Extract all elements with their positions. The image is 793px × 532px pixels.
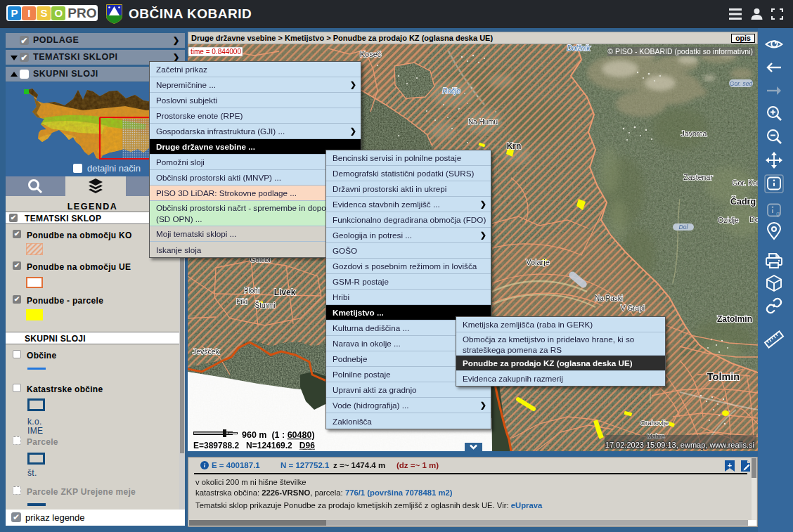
svg-text:Ročje: Ročje: [442, 87, 460, 95]
svg-text:Na Humu: Na Humu: [468, 118, 498, 126]
svg-text:Javorca: Javorca: [681, 129, 707, 138]
svg-text:Zastenar: Zastenar: [683, 173, 713, 181]
svg-text:Orahovlje: Orahovlje: [640, 419, 669, 427]
svg-text:960 m (1 : 60480): 960 m (1 : 60480): [242, 430, 315, 440]
svg-text:Do: Do: [749, 215, 758, 223]
svg-text:time = 0.844000: time = 0.844000: [191, 48, 241, 56]
svg-text:Na Paski: Na Paski: [595, 294, 623, 302]
svg-text:E=389788.2 N=124169.2 D96: E=389788.2 N=124169.2 D96: [193, 441, 315, 450]
svg-text:Dol: Dol: [679, 223, 689, 231]
svg-text:Šturmi: Šturmi: [255, 301, 276, 309]
svg-text:Krn: Krn: [507, 141, 522, 151]
svg-text:Zatolmin: Zatolmin: [717, 314, 752, 324]
svg-text:Plohi: Plohi: [244, 287, 259, 294]
svg-text:Gor. sed: Gor. sed: [730, 80, 753, 87]
svg-text:Piki: Piki: [236, 298, 247, 306]
svg-text:Dolžnik: Dolžnik: [567, 44, 591, 52]
svg-text:Čadrg: Čadrg: [730, 196, 756, 207]
svg-text:Jevšček: Jevšček: [193, 347, 220, 356]
svg-text:© PISO - KOBARID (podatki so i: © PISO - KOBARID (podatki so informativn…: [607, 47, 753, 56]
svg-text:Gor. Kon: Gor. Kon: [732, 179, 758, 187]
svg-text:Volarje: Volarje: [526, 258, 550, 266]
svg-text:g: g: [776, 210, 780, 217]
svg-text:+: +: [728, 461, 732, 469]
svg-text:Ozidje: Ozidje: [718, 216, 739, 224]
svg-text:Tolmin: Tolmin: [707, 371, 740, 382]
svg-text:Koseč: Koseč: [360, 50, 382, 58]
svg-text:Livek: Livek: [274, 287, 296, 297]
svg-text:V Grapi: V Grapi: [621, 304, 645, 312]
svg-text:17.02.2023 15:09:13, ewmap, ww: 17.02.2023 15:09:13, ewmap, www.realis.s…: [605, 441, 754, 449]
